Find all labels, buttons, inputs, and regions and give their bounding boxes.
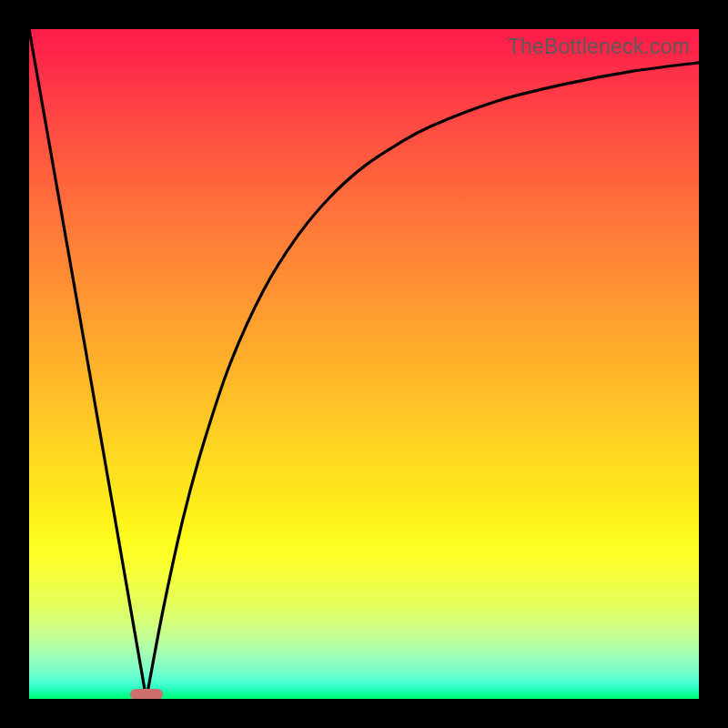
plot-area: TheBottleneck.com: [29, 29, 699, 699]
watermark-text: TheBottleneck.com: [508, 35, 690, 59]
curve-path: [29, 29, 699, 699]
bottleneck-curve: [29, 29, 699, 699]
sweet-spot-marker: [130, 689, 163, 699]
chart-frame: TheBottleneck.com: [0, 0, 728, 728]
